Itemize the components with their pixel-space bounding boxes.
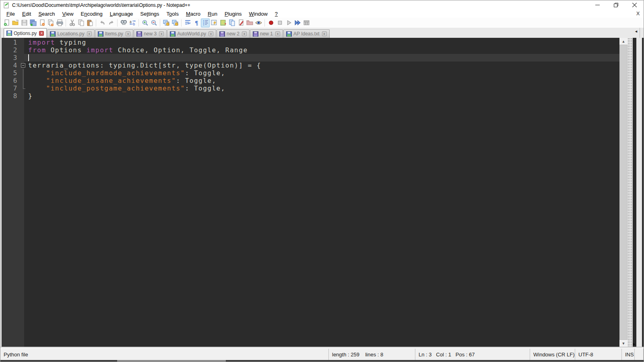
- close-button[interactable]: [625, 0, 644, 10]
- minimize-button[interactable]: [588, 0, 607, 10]
- document-map-button[interactable]: [219, 19, 227, 27]
- floppy-disk-icon: [50, 31, 56, 37]
- paste-button[interactable]: [85, 19, 94, 27]
- code-text: }: [27, 92, 33, 100]
- close-button[interactable]: [37, 19, 46, 27]
- macro-save-button[interactable]: [302, 19, 311, 27]
- undo-button[interactable]: [98, 19, 107, 27]
- menu-item-file[interactable]: File: [3, 10, 19, 18]
- replace-button[interactable]: ab: [128, 19, 137, 27]
- status-eol-format[interactable]: Windows (CR LF): [530, 349, 575, 360]
- find-button[interactable]: [119, 19, 128, 27]
- close-all-button[interactable]: [46, 19, 55, 27]
- new-file-button[interactable]: [2, 19, 11, 27]
- menubar-close-document-icon[interactable]: X: [635, 10, 641, 16]
- tab-close-icon[interactable]: x: [275, 31, 280, 36]
- indent-guide-button[interactable]: [201, 19, 210, 27]
- menu-item-settings[interactable]: Settings: [137, 10, 163, 18]
- code-line[interactable]: 5 "include_hardmode_achievements": Toggl…: [2, 69, 627, 77]
- tab-autoworld.py[interactable]: AutoWorld.pyx: [167, 29, 216, 38]
- show-all-characters-icon: ¶: [193, 19, 200, 26]
- code-area[interactable]: 1import typing2from Options import Choic…: [2, 39, 627, 100]
- show-all-characters-button[interactable]: ¶: [192, 19, 201, 27]
- menu-item-language[interactable]: Language: [106, 10, 137, 18]
- menu-item-search[interactable]: Search: [35, 10, 58, 18]
- sync-vertical-button[interactable]: [162, 19, 171, 27]
- bottom-edge: [0, 360, 644, 362]
- menu-item-macro[interactable]: Macro: [182, 10, 204, 18]
- scroll-up-icon[interactable]: ▲: [619, 38, 627, 45]
- status-encoding[interactable]: UTF-8: [575, 349, 622, 360]
- status-insert-mode[interactable]: INS: [622, 349, 635, 360]
- macro-save-icon: [303, 19, 310, 26]
- function-list-icon: [211, 19, 218, 26]
- tab-new-2[interactable]: new 2x: [217, 29, 250, 38]
- code-line[interactable]: 1import typing: [2, 39, 627, 46]
- zoom-out-button[interactable]: [149, 19, 158, 27]
- monitoring-button[interactable]: [254, 19, 263, 27]
- macro-run-multiple-button[interactable]: [293, 19, 302, 27]
- status-cursor-position: Ln : 3 Col : 1 Pos : 67: [415, 349, 530, 360]
- macro-stop-button[interactable]: [275, 19, 284, 27]
- menu-item-run[interactable]: Run: [204, 10, 221, 18]
- maximize-button[interactable]: [607, 0, 625, 10]
- menu-item-window[interactable]: Window: [246, 10, 271, 18]
- vertical-scrollbar[interactable]: ▲ ▼: [619, 38, 627, 347]
- secondary-view-scrollbar: [636, 38, 642, 347]
- line-number: 4: [2, 62, 19, 69]
- svg-text:a: a: [130, 20, 132, 24]
- code-line[interactable]: 6 "include_insane_achievements": Toggle,: [2, 77, 627, 84]
- open-button[interactable]: [11, 19, 20, 27]
- menu-item-[interactable]: ?: [271, 10, 281, 18]
- tab-close-icon[interactable]: x: [126, 31, 130, 36]
- tab-close-icon[interactable]: x: [208, 31, 213, 36]
- monitoring-icon: [255, 19, 262, 26]
- tab-ap-ideas.txt[interactable]: AP Ideas.txtx: [283, 29, 329, 38]
- code-text: "include_postgame_achievements": Toggle,: [27, 84, 225, 92]
- folder-as-workspace-button[interactable]: [245, 19, 254, 27]
- menu-item-view[interactable]: View: [59, 10, 77, 18]
- tab-locations.py[interactable]: Locations.pyx: [47, 29, 94, 38]
- word-wrap-button[interactable]: [183, 19, 192, 27]
- tab-close-icon[interactable]: x: [242, 31, 247, 36]
- zoom-in-button[interactable]: [140, 19, 149, 27]
- code-line[interactable]: 8}: [2, 92, 627, 100]
- copy-button[interactable]: [76, 19, 85, 27]
- code-line[interactable]: 2from Options import Choice, Option, Tog…: [2, 46, 627, 54]
- menu-item-encoding[interactable]: Encoding: [77, 10, 106, 18]
- tab-items.py[interactable]: Items.pyx: [95, 29, 133, 38]
- code-line[interactable]: 3: [2, 54, 627, 62]
- tab-scroll-left-icon[interactable]: ◄: [634, 29, 638, 33]
- menu-item-plugins[interactable]: Plugins: [221, 10, 246, 18]
- sync-horizontal-button[interactable]: [171, 19, 180, 27]
- svg-text:¶: ¶: [195, 20, 198, 26]
- toolbar-separator: [138, 19, 139, 27]
- scroll-down-icon[interactable]: ▼: [619, 340, 627, 347]
- code-line[interactable]: 4terraria_options: typing.Dict[str, type…: [2, 62, 627, 69]
- tab-close-icon[interactable]: x: [322, 31, 327, 36]
- cut-button[interactable]: [68, 19, 76, 27]
- print-button[interactable]: [55, 19, 64, 27]
- tab-new-3[interactable]: new 3x: [134, 29, 167, 38]
- tab-close-icon[interactable]: x: [87, 31, 92, 36]
- save-all-button[interactable]: [29, 19, 37, 27]
- redo-button[interactable]: [107, 19, 116, 27]
- macro-record-button[interactable]: [266, 19, 275, 27]
- tab-close-icon[interactable]: x: [39, 31, 44, 36]
- view-splitter-handle[interactable]: [627, 38, 632, 347]
- macro-play-button[interactable]: [284, 19, 293, 27]
- document-list-button[interactable]: [227, 19, 236, 27]
- save-button[interactable]: [20, 19, 29, 27]
- tab-new-1[interactable]: new 1x: [250, 29, 283, 38]
- editor-area[interactable]: 1import typing2from Options import Choic…: [0, 38, 644, 347]
- code-line[interactable]: 7 "include_postgame_achievements": Toggl…: [2, 84, 627, 92]
- tab-close-icon[interactable]: x: [159, 31, 164, 36]
- document-edit-button[interactable]: [236, 19, 245, 27]
- fold-margin: [19, 69, 27, 77]
- function-list-button[interactable]: [210, 19, 219, 27]
- tab-options.py[interactable]: Options.pyx: [4, 28, 47, 38]
- scrollbar-thumb[interactable]: [619, 45, 627, 340]
- menu-item-edit[interactable]: Edit: [19, 10, 35, 18]
- fold-collapse-icon[interactable]: [19, 62, 27, 69]
- menu-item-tools[interactable]: Tools: [163, 10, 182, 18]
